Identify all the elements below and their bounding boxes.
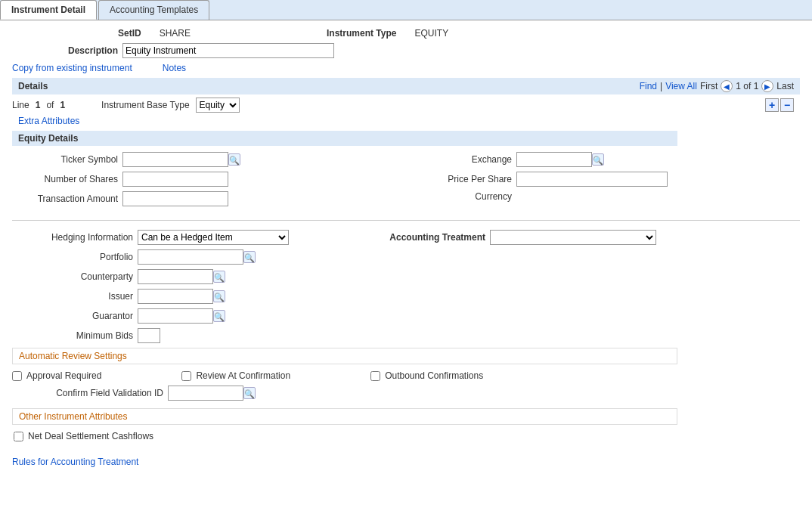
notes-link[interactable]: Notes: [163, 63, 186, 73]
description-label: Description: [12, 45, 118, 56]
rules-row: Rules for Accounting Treatment: [12, 457, 800, 467]
portfolio-label: Portfolio: [12, 252, 133, 262]
toolbar-right: Find | View All First ◀ 1 of 1 ▶ Last: [640, 80, 794, 92]
hedging-info-group: Hedging Information Can be a Hedged Item…: [12, 230, 289, 245]
review-at-confirmation-checkbox[interactable]: [181, 371, 191, 381]
confirm-field-validation-row: Confirm Field Validation ID 🔍: [12, 386, 800, 401]
portfolio-search-icon[interactable]: 🔍: [243, 251, 256, 263]
first-label: First: [700, 81, 717, 91]
line-label: Line: [12, 100, 29, 110]
price-per-share-row: Price Per Share: [421, 172, 800, 187]
guarantor-input[interactable]: [138, 308, 213, 324]
copy-from-link[interactable]: Copy from existing instrument: [12, 63, 132, 73]
of-label: of: [46, 100, 54, 110]
description-input[interactable]: [122, 43, 334, 58]
accounting-treatment-select[interactable]: [490, 230, 656, 245]
exchange-input[interactable]: [516, 152, 592, 167]
extra-attributes-row: Extra Attributes: [18, 116, 800, 126]
equity-details-header: Equity Details: [12, 131, 677, 146]
minimum-bids-row: Minimum Bids: [12, 328, 800, 343]
automatic-review-header: Automatic Review Settings: [12, 348, 677, 364]
other-attributes-header: Other Instrument Attributes: [12, 408, 677, 425]
transaction-amount-label: Transaction Amount: [12, 194, 118, 204]
next-btn[interactable]: ▶: [761, 80, 773, 92]
currency-label: Currency: [421, 191, 512, 202]
tab-accounting-templates[interactable]: Accounting Templates: [98, 0, 209, 20]
transaction-amount-input[interactable]: [122, 191, 228, 206]
approval-required-label: Approval Required: [26, 370, 101, 381]
issuer-row: Issuer 🔍: [12, 289, 800, 304]
instrument-base-type-label: Instrument Base Type: [101, 100, 190, 110]
instrument-type-label: Instrument Type: [327, 28, 396, 39]
outbound-confirmations-checkbox[interactable]: [370, 371, 380, 381]
page-of: 1 of 1: [736, 81, 758, 91]
details-title: Details: [18, 81, 48, 91]
number-of-shares-label: Number of Shares: [12, 174, 118, 184]
guarantor-label: Guarantor: [12, 311, 133, 321]
counterparty-label: Counterparty: [12, 271, 133, 282]
number-of-shares-input[interactable]: [122, 172, 228, 187]
remove-line-btn[interactable]: −: [780, 98, 794, 112]
review-at-confirmation-label: Review At Confirmation: [196, 370, 290, 381]
pipe-separator: |: [660, 81, 662, 91]
line-row: Line 1 of 1 Instrument Base Type Equity …: [12, 98, 800, 113]
prev-btn[interactable]: ◀: [721, 80, 733, 92]
copy-notes-row: Copy from existing instrument Notes: [12, 63, 800, 73]
add-remove-buttons: + −: [765, 98, 794, 112]
exchange-row: Exchange 🔍: [421, 152, 800, 167]
guarantor-search-icon[interactable]: 🔍: [213, 310, 225, 322]
portfolio-input[interactable]: [138, 249, 243, 265]
hedging-information-select[interactable]: Can be a Hedged Item Hedging Instrument …: [138, 230, 289, 245]
transaction-amount-row: Transaction Amount: [12, 191, 391, 206]
minimum-bids-input[interactable]: [138, 328, 160, 343]
guarantor-row: Guarantor 🔍: [12, 308, 800, 324]
exchange-label: Exchange: [421, 154, 512, 165]
rules-link[interactable]: Rules for Accounting Treatment: [12, 457, 138, 467]
approval-required-checkbox[interactable]: [12, 371, 22, 381]
counterparty-input[interactable]: [138, 269, 213, 284]
tab-instrument-detail[interactable]: Instrument Detail: [0, 0, 97, 20]
find-link[interactable]: Find: [640, 81, 657, 91]
main-content: SetID SHARE Instrument Type EQUITY Descr…: [0, 20, 812, 475]
setid-label: SetID: [118, 28, 141, 39]
setid-row: SetID SHARE Instrument Type EQUITY: [12, 28, 800, 39]
ticker-search-icon[interactable]: 🔍: [228, 153, 240, 166]
equity-left-col: Ticker Symbol 🔍 Number of Shares Transac…: [12, 152, 391, 211]
counterparty-row: Counterparty 🔍: [12, 269, 800, 284]
exchange-search-icon[interactable]: 🔍: [592, 153, 604, 166]
details-toolbar: Details Find | View All First ◀ 1 of 1 ▶…: [12, 78, 800, 94]
equity-details-content: Ticker Symbol 🔍 Number of Shares Transac…: [12, 152, 800, 211]
issuer-input[interactable]: [138, 289, 213, 304]
approval-required-row: Approval Required Review At Confirmation…: [12, 370, 800, 381]
add-line-btn[interactable]: +: [765, 98, 779, 112]
extra-attributes-link[interactable]: Extra Attributes: [18, 116, 79, 126]
setid-value: SHARE: [160, 28, 191, 39]
instrument-base-type-select[interactable]: Equity Bond Future Option Swap: [196, 98, 240, 113]
issuer-search-icon[interactable]: 🔍: [213, 290, 225, 302]
ticker-symbol-row: Ticker Symbol 🔍: [12, 152, 391, 167]
price-per-share-input[interactable]: [516, 172, 668, 187]
counterparty-search-icon[interactable]: 🔍: [213, 271, 225, 283]
accounting-treatment-group: Accounting Treatment: [364, 230, 656, 245]
view-all-link[interactable]: View All: [665, 81, 697, 91]
portfolio-row: Portfolio 🔍: [12, 249, 800, 265]
confirm-field-validation-label: Confirm Field Validation ID: [12, 388, 163, 398]
confirm-field-validation-input[interactable]: [168, 386, 243, 401]
accounting-treatment-label: Accounting Treatment: [364, 232, 485, 243]
equity-right-col: Exchange 🔍 Price Per Share Currency: [391, 152, 800, 211]
ticker-symbol-label: Ticker Symbol: [12, 154, 118, 165]
minimum-bids-label: Minimum Bids: [12, 330, 133, 341]
outbound-confirmations-label: Outbound Confirmations: [385, 370, 483, 381]
number-of-shares-row: Number of Shares: [12, 172, 391, 187]
divider1: [12, 220, 800, 221]
price-per-share-label: Price Per Share: [421, 174, 512, 184]
net-deal-checkbox[interactable]: [14, 432, 23, 441]
net-deal-row: Net Deal Settlement Cashflows: [14, 431, 800, 441]
hedging-row: Hedging Information Can be a Hedged Item…: [12, 230, 800, 245]
instrument-type-value: EQUITY: [415, 28, 449, 39]
net-deal-label: Net Deal Settlement Cashflows: [28, 431, 153, 441]
description-row: Description: [12, 43, 800, 58]
confirm-field-search-icon[interactable]: 🔍: [243, 387, 256, 399]
ticker-symbol-input[interactable]: [122, 152, 228, 167]
issuer-label: Issuer: [12, 291, 133, 302]
